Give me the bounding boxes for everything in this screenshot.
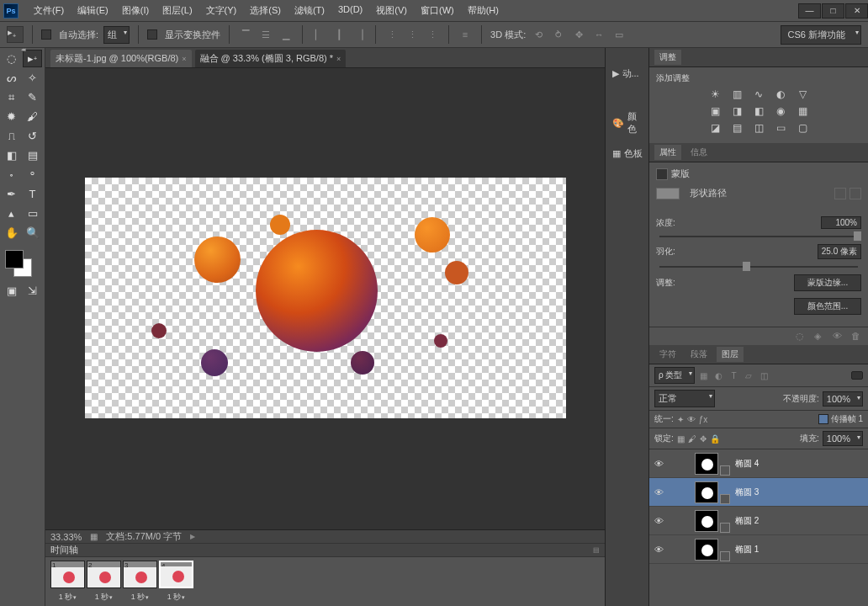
align-hcenter-icon[interactable]: ┃ [331, 27, 347, 42]
brush-tool[interactable]: 🖌 [23, 108, 42, 125]
menu-item[interactable]: 图层(L) [156, 1, 198, 20]
opacity-value[interactable]: 100% [823, 391, 863, 407]
layer-name[interactable]: 椭圆 4 [735, 458, 759, 470]
shape-tool[interactable]: ▭ [23, 205, 42, 222]
tool-preset-picker[interactable]: ▸+ [7, 26, 24, 43]
lock-all-icon[interactable]: 🔒 [710, 434, 720, 444]
timeline-frame[interactable]: 1 [50, 561, 85, 588]
camera-icon[interactable]: ▭ [611, 27, 627, 42]
fill-value[interactable]: 100% [823, 431, 863, 446]
frame-delay[interactable]: 1 秒 [50, 592, 85, 603]
filter-type-dropdown[interactable]: ρ 类型 [654, 367, 695, 384]
filter-smart-icon[interactable]: ◫ [757, 369, 770, 381]
align-left-icon[interactable]: ▏ [311, 27, 326, 42]
document-tab[interactable]: 未标题-1.jpg @ 100%(RGB/8)× [50, 50, 192, 67]
show-transform-checkbox[interactable] [147, 29, 157, 40]
distribute-icon[interactable]: ⋮ [425, 27, 440, 42]
pen-tool[interactable]: ✒ [2, 185, 21, 203]
visibility-toggle[interactable]: 👁 [653, 459, 664, 469]
dock-actions[interactable]: ▶动... [609, 65, 646, 82]
quickmask-toggle[interactable]: ▣ [2, 282, 21, 300]
visibility-toggle[interactable]: 👁 [653, 545, 664, 555]
gradient-map-icon[interactable]: ▭ [773, 121, 788, 135]
lasso-tool[interactable]: ᔕ [2, 69, 21, 87]
blur-tool[interactable]: ॰ [2, 166, 21, 183]
invert-icon[interactable]: ◪ [707, 121, 722, 135]
zoom-tool[interactable]: 🔍 [23, 224, 42, 242]
layers-tab[interactable]: 图层 [717, 347, 744, 362]
photo-filter-icon[interactable]: ◉ [773, 104, 788, 118]
status-flyout-icon[interactable]: ▶ [190, 533, 195, 540]
filter-toggle[interactable] [851, 371, 863, 380]
properties-tab[interactable]: 属性 [654, 145, 681, 160]
filter-shape-icon[interactable]: ▱ [742, 369, 755, 381]
lock-pixels-icon[interactable]: 🖌 [688, 434, 696, 444]
visibility-toggle[interactable]: 👁 [653, 487, 664, 497]
canvas-viewport[interactable] [45, 68, 605, 529]
unify-style-icon[interactable]: ƒx [699, 415, 708, 424]
filter-pixel-icon[interactable]: ▦ [696, 369, 710, 381]
frame-delay[interactable]: 1 秒 [123, 592, 157, 603]
vibrance-icon[interactable]: ▽ [795, 88, 810, 101]
bw-icon[interactable]: ◧ [751, 104, 766, 118]
workspace-switcher[interactable]: CS6 新增功能 [781, 25, 861, 45]
propagate-checkbox[interactable] [818, 414, 828, 424]
adjustments-tab[interactable]: 调整 [654, 50, 681, 65]
mask-edge-button[interactable]: 蒙版边缘... [794, 274, 861, 291]
mask-toggle-icons[interactable] [834, 188, 861, 199]
menu-item[interactable]: 视图(V) [369, 1, 414, 20]
selective-color-icon[interactable]: ▢ [795, 121, 810, 135]
arrange-icon[interactable]: ≡ [458, 27, 473, 42]
timeline-frame[interactable]: 4 [159, 561, 193, 588]
character-tab[interactable]: 字符 [654, 347, 681, 362]
blend-mode-dropdown[interactable]: 正常 [654, 390, 715, 407]
document-tab[interactable]: 融合 @ 33.3% (椭圆 3, RGB/8) *× [195, 50, 347, 67]
density-value[interactable]: 100% [821, 216, 861, 229]
menu-item[interactable]: 文件(F) [27, 1, 71, 20]
move-tool[interactable]: ▸+ [23, 50, 42, 67]
layer-name[interactable]: 椭圆 1 [735, 544, 759, 556]
foreground-color[interactable] [5, 250, 24, 268]
screenmode-toggle[interactable]: ⇲ [23, 282, 42, 300]
menu-item[interactable]: 3D(D) [331, 1, 369, 20]
unify-vis-icon[interactable]: 👁 [687, 415, 696, 424]
history-brush-tool[interactable]: ↺ [23, 127, 42, 145]
exposure-icon[interactable]: ◐ [773, 88, 788, 101]
gradient-tool[interactable]: ▤ [23, 146, 42, 164]
minimize-button[interactable]: — [798, 3, 821, 19]
marquee-tool[interactable]: ◌ [2, 50, 21, 67]
paragraph-tab[interactable]: 段落 [685, 347, 712, 362]
filter-type-icon[interactable]: T [727, 369, 740, 381]
footer-icon[interactable]: 👁 [833, 331, 844, 343]
slide-icon[interactable]: ↔ [591, 27, 606, 42]
frame-delay[interactable]: 1 秒 [87, 592, 121, 603]
layer-row[interactable]: 👁 椭圆 1 [649, 535, 868, 564]
threshold-icon[interactable]: ◫ [751, 121, 766, 135]
maximize-button[interactable]: □ [822, 3, 844, 19]
trash-icon[interactable]: 🗑 [851, 331, 863, 343]
distribute-icon[interactable]: ⋮ [405, 27, 420, 42]
tab-close-icon[interactable]: × [336, 55, 341, 63]
align-top-icon[interactable]: ▔ [238, 27, 253, 42]
close-button[interactable]: ✕ [845, 3, 868, 19]
color-range-button[interactable]: 颜色范围... [794, 298, 861, 315]
menu-item[interactable]: 选择(S) [243, 1, 288, 20]
timeline-flyout-icon[interactable]: ▤ [593, 546, 600, 554]
unify-pos-icon[interactable]: ✦ [677, 415, 684, 424]
menu-item[interactable]: 滤镜(T) [288, 1, 331, 20]
levels-icon[interactable]: ▥ [729, 88, 744, 101]
layer-row[interactable]: 👁 椭圆 4 [649, 449, 868, 478]
align-right-icon[interactable]: ▕ [352, 27, 367, 42]
timeline-frame[interactable]: 2 [87, 561, 121, 588]
color-balance-icon[interactable]: ◨ [729, 104, 744, 118]
hue-icon[interactable]: ▣ [707, 104, 722, 118]
layer-name[interactable]: 椭圆 2 [735, 515, 759, 527]
visibility-toggle[interactable]: 👁 [653, 516, 664, 526]
distribute-icon[interactable]: ⋮ [384, 27, 400, 42]
footer-icon[interactable]: ◌ [796, 331, 807, 343]
info-tab[interactable]: 信息 [685, 145, 712, 160]
menu-item[interactable]: 图像(I) [115, 1, 156, 20]
tab-close-icon[interactable]: × [182, 55, 186, 63]
stamp-tool[interactable]: ⎍ [2, 127, 21, 145]
eyedropper-tool[interactable]: ✎ [23, 88, 42, 106]
